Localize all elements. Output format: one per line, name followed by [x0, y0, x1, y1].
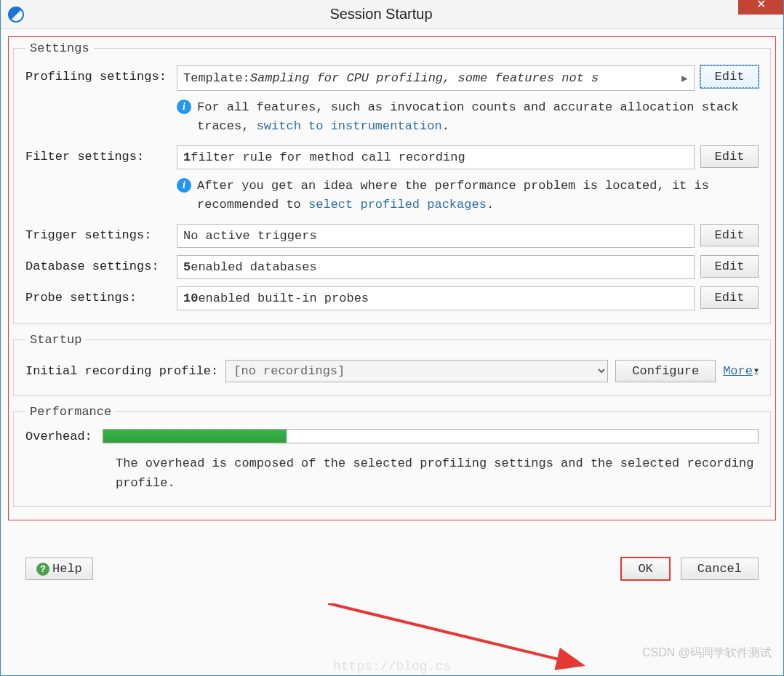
probe-edit-button[interactable]: Edit [700, 286, 759, 309]
info-icon: i [177, 178, 191, 193]
help-button[interactable]: ? Help [25, 558, 93, 580]
trigger-value[interactable]: No active triggers [177, 224, 695, 248]
startup-legend: Startup [25, 333, 86, 347]
dialog-footer: ? Help OK Cancel [8, 520, 776, 581]
profiling-template-prefix: Template: [183, 71, 250, 85]
database-value[interactable]: 5 enabled databases [177, 255, 695, 279]
overhead-description: The overhead is composed of the selected… [25, 454, 759, 493]
info-icon: i [177, 100, 191, 114]
filter-edit-button[interactable]: Edit [700, 145, 759, 168]
performance-legend: Performance [25, 405, 116, 419]
profiling-edit-button[interactable]: Edit [700, 65, 759, 88]
select-packages-link[interactable]: select profiled packages [308, 198, 487, 212]
database-label: Database settings: [25, 255, 171, 273]
overhead-progress-fill [103, 430, 287, 443]
overhead-label: Overhead: [25, 430, 92, 443]
ok-button[interactable]: OK [620, 557, 670, 581]
switch-instrumentation-link[interactable]: switch to instrumentation [257, 119, 442, 133]
profiling-info-text: For all features, such as invocation cou… [197, 98, 759, 135]
initial-profile-label: Initial recording profile: [25, 364, 218, 378]
profiling-label: Profiling settings: [25, 65, 171, 84]
svg-line-1 [328, 603, 583, 665]
app-icon [8, 7, 24, 23]
close-button[interactable]: ✕ [738, 0, 783, 15]
startup-group: Startup Initial recording profile: [no r… [13, 333, 771, 396]
initial-profile-dropdown[interactable]: [no recordings] [225, 360, 608, 382]
annotation-highlight: Settings Profiling settings: Template: S… [8, 36, 776, 520]
titlebar: Session Startup ✕ [1, 0, 783, 29]
more-dropdown[interactable]: More [723, 364, 759, 378]
configure-button[interactable]: Configure [615, 360, 716, 382]
help-icon: ? [36, 563, 49, 576]
overhead-progress [103, 429, 759, 443]
probe-label: Probe settings: [25, 286, 171, 305]
filter-info-text: After you get an idea where the performa… [197, 177, 759, 214]
cancel-button[interactable]: Cancel [681, 558, 759, 580]
performance-group: Performance Overhead: The overhead is co… [13, 405, 771, 507]
watermark-url: https://blog.cs [333, 659, 451, 674]
profiling-template-name: Sampling for CPU profiling, some feature… [250, 71, 599, 85]
trigger-edit-button[interactable]: Edit [700, 224, 759, 246]
window-title: Session Startup [24, 6, 738, 23]
profiling-value[interactable]: Template: Sampling for CPU profiling, so… [177, 65, 695, 91]
trigger-label: Trigger settings: [25, 224, 171, 242]
arrow-right-icon: ▸ [681, 71, 688, 86]
watermark: CSDN @码同学软件测试 [642, 645, 772, 661]
filter-label: Filter settings: [25, 145, 171, 164]
settings-legend: Settings [25, 41, 94, 55]
probe-value[interactable]: 10 enabled built-in probes [177, 286, 695, 310]
session-startup-window: Session Startup ✕ Settings Profiling set… [0, 0, 784, 676]
settings-group: Settings Profiling settings: Template: S… [13, 41, 771, 324]
database-edit-button[interactable]: Edit [700, 255, 759, 278]
filter-value[interactable]: 1 filter rule for method call recording [177, 145, 695, 169]
